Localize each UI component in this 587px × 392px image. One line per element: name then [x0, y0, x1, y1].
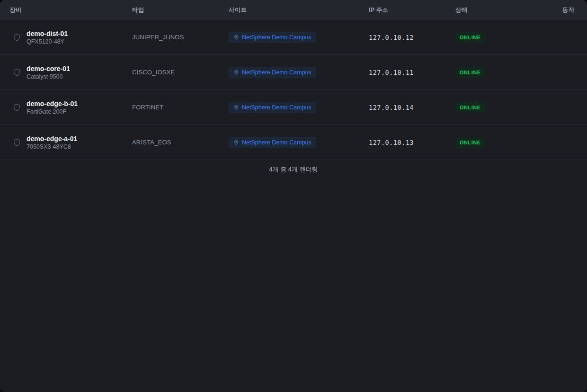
shield-icon — [13, 68, 21, 77]
site-badge[interactable]: NetSphere Demo Campus — [229, 137, 316, 148]
site-name: NetSphere Demo Campus — [242, 34, 311, 41]
render-count-footer: 4개 중 4개 렌더링 — [0, 160, 587, 179]
site-cell: NetSphere Demo Campus — [229, 67, 369, 78]
shield-icon — [13, 103, 21, 112]
device-name: demo-edge-a-01 — [27, 135, 77, 143]
table-row[interactable]: demo-edge-a-01 7050SX3-48YC8 ARISTA_EOS … — [0, 125, 587, 160]
device-name: demo-edge-b-01 — [27, 100, 78, 107]
column-header-ip: IP 주소 — [369, 6, 455, 14]
site-badge[interactable]: NetSphere Demo Campus — [229, 67, 316, 78]
device-name: demo-dist-01 — [27, 30, 68, 37]
device-ip: 127.0.10.14 — [369, 104, 455, 111]
column-header-status: 상태 — [455, 6, 525, 14]
device-model: QFX5120-48Y — [27, 38, 68, 45]
device-type: FORTINET — [132, 104, 229, 111]
device-model: FortiGate 200F — [27, 108, 78, 115]
device-name: demo-core-01 — [27, 65, 70, 72]
device-cell: demo-edge-b-01 FortiGate 200F — [9, 100, 132, 115]
table-row[interactable]: demo-core-01 Catalyst 9500 CISCO_IOSXE N… — [0, 55, 587, 90]
status-cell: ONLINE — [455, 137, 525, 148]
device-table-panel: 장비 타입 사이트 IP 주소 상태 동작 demo-dist-01 QFX51… — [0, 0, 587, 392]
device-type: ARISTA_EOS — [132, 139, 229, 146]
device-text: demo-edge-b-01 FortiGate 200F — [27, 100, 78, 115]
device-text: demo-edge-a-01 7050SX3-48YC8 — [27, 135, 77, 150]
site-badge[interactable]: NetSphere Demo Campus — [229, 102, 316, 113]
device-type: CISCO_IOSXE — [132, 69, 229, 76]
site-cell: NetSphere Demo Campus — [229, 137, 369, 148]
map-pin-icon — [233, 70, 239, 75]
device-text: demo-dist-01 QFX5120-48Y — [27, 30, 68, 45]
device-cell: demo-dist-01 QFX5120-48Y — [9, 30, 132, 45]
column-header-actions: 동작 — [525, 6, 574, 14]
status-cell: ONLINE — [455, 32, 525, 43]
status-cell: ONLINE — [455, 67, 525, 78]
status-badge: ONLINE — [455, 67, 485, 78]
column-header-device: 장비 — [9, 6, 132, 14]
status-badge: ONLINE — [455, 137, 485, 148]
device-model: Catalyst 9500 — [27, 73, 70, 80]
site-name: NetSphere Demo Campus — [242, 69, 311, 76]
device-type: JUNIPER_JUNOS — [132, 34, 229, 41]
device-ip: 127.0.10.12 — [369, 34, 455, 41]
device-ip: 127.0.10.11 — [369, 69, 455, 76]
device-ip: 127.0.10.13 — [369, 139, 455, 146]
device-model: 7050SX3-48YC8 — [27, 143, 77, 150]
status-cell: ONLINE — [455, 102, 525, 113]
map-pin-icon — [233, 105, 239, 110]
status-badge: ONLINE — [455, 32, 485, 43]
device-cell: demo-edge-a-01 7050SX3-48YC8 — [9, 135, 132, 150]
device-cell: demo-core-01 Catalyst 9500 — [9, 65, 132, 80]
site-cell: NetSphere Demo Campus — [229, 102, 369, 113]
shield-icon — [13, 33, 21, 42]
site-badge[interactable]: NetSphere Demo Campus — [229, 32, 316, 43]
map-pin-icon — [233, 35, 239, 40]
site-name: NetSphere Demo Campus — [242, 104, 311, 111]
table-row[interactable]: demo-dist-01 QFX5120-48Y JUNIPER_JUNOS N… — [0, 20, 587, 55]
site-cell: NetSphere Demo Campus — [229, 32, 369, 43]
site-name: NetSphere Demo Campus — [242, 139, 311, 146]
shield-icon — [13, 138, 21, 147]
status-badge: ONLINE — [455, 102, 485, 113]
map-pin-icon — [233, 140, 239, 145]
table-header: 장비 타입 사이트 IP 주소 상태 동작 — [0, 0, 587, 20]
table-body: demo-dist-01 QFX5120-48Y JUNIPER_JUNOS N… — [0, 20, 587, 160]
column-header-type: 타입 — [132, 6, 229, 14]
table-row[interactable]: demo-edge-b-01 FortiGate 200F FORTINET N… — [0, 90, 587, 125]
device-text: demo-core-01 Catalyst 9500 — [27, 65, 70, 80]
column-header-site: 사이트 — [229, 6, 369, 14]
